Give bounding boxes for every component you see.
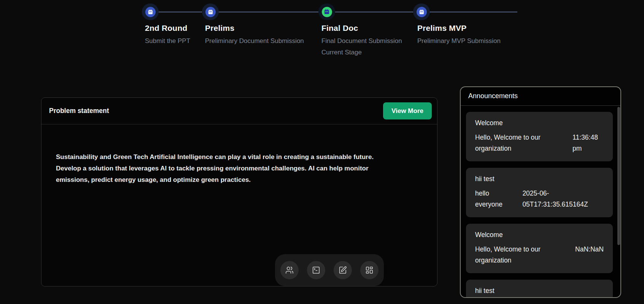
announcements-list: Welcome Hello, Welcome to our organizati…: [461, 106, 620, 298]
announcement-timestamp: 11:36:48 pm: [572, 132, 604, 154]
announcements-title: Announcements: [461, 87, 620, 106]
timeline-label-prelims-mvp: Prelims MVP Preliminary MVP Submission: [417, 24, 501, 47]
users-icon[interactable]: [280, 261, 299, 279]
calendar-icon: [205, 7, 216, 17]
step-title: Prelims MVP: [417, 24, 501, 33]
announcement-item[interactable]: hii test hello everyone 2025-06-05T17:31…: [466, 168, 613, 217]
announcement-item[interactable]: Welcome Hello, Welcome to our organizati…: [466, 112, 613, 161]
timeline-step-prelims-mvp[interactable]: [413, 3, 430, 20]
page: 2nd Round Submit the PPT Prelims Prelimi…: [0, 0, 644, 304]
problem-statement-card: Problem statement View More Sustainabili…: [41, 97, 437, 286]
timeline-step-prelims[interactable]: [202, 3, 219, 20]
announcement-message: hello everyone: [475, 188, 513, 210]
announcement-item[interactable]: Welcome Hello, Welcome to our organizati…: [466, 224, 613, 273]
timeline-label-final-doc: Final Doc Final Document SubmissionCurre…: [321, 24, 402, 58]
announcements-panel: Announcements Welcome Hello, Welcome to …: [460, 86, 621, 298]
calendar-icon: [145, 7, 156, 17]
announcement-title: hii test: [475, 175, 604, 183]
problem-statement-text: Sustainability and Green Tech Artificial…: [56, 151, 400, 186]
announcement-message: Hello, Welcome to our organization: [475, 244, 566, 266]
card-title: Problem statement: [49, 107, 109, 115]
announcement-timestamp: 2025-06-05T17:31:35.615164Z: [522, 188, 604, 210]
terminal-icon[interactable]: [307, 261, 325, 279]
announcement-message: Hello, Welcome to our organization: [475, 132, 563, 154]
timeline-label-prelims: Prelims Preliminary Document Submission: [205, 24, 304, 47]
step-subtitle: Preliminary Document Submission: [205, 35, 304, 47]
dashboard-icon[interactable]: [360, 261, 378, 279]
timeline-step-final-doc[interactable]: [318, 3, 335, 20]
calendar-icon: [322, 7, 332, 17]
card-toolbar: [275, 254, 384, 286]
card-header: Problem statement View More: [41, 98, 437, 124]
timeline-step-2nd-round[interactable]: [142, 3, 159, 20]
step-subtitle: Final Document SubmissionCurrent Stage: [321, 35, 402, 58]
announcement-title: Welcome: [475, 119, 604, 127]
step-subtitle: Preliminary MVP Submission: [417, 35, 501, 47]
scrollbar-thumb[interactable]: [617, 107, 620, 245]
step-title: Final Doc: [321, 24, 402, 33]
current-stage-label: Current Stage: [321, 49, 362, 56]
announcement-title: Welcome: [475, 231, 604, 239]
view-more-button[interactable]: View More: [383, 102, 432, 119]
timeline-label-2nd-round: 2nd Round Submit the PPT: [145, 24, 190, 47]
step-title: 2nd Round: [145, 24, 190, 33]
edit-icon[interactable]: [334, 261, 352, 279]
announcement-timestamp: NaN:NaN: [575, 244, 604, 266]
step-title: Prelims: [205, 24, 304, 33]
announcement-title: hii test: [475, 287, 604, 295]
announcement-item[interactable]: hii test: [466, 280, 613, 298]
calendar-icon: [417, 7, 427, 17]
step-subtitle: Submit the PPT: [145, 35, 190, 47]
